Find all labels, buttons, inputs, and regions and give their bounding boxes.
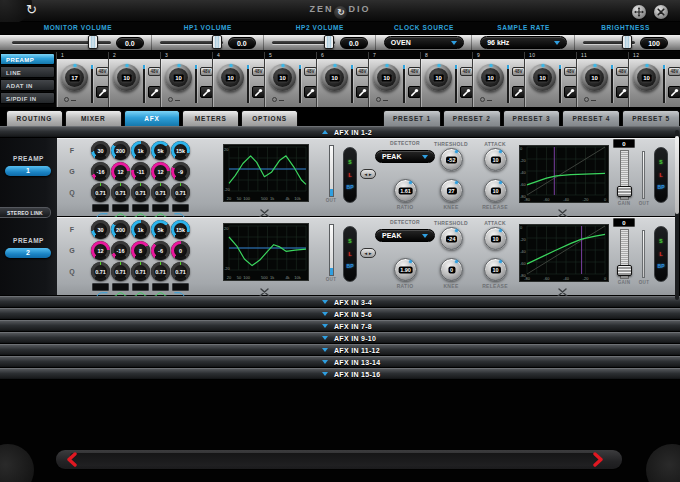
sidebar-item-line[interactable]: LINE xyxy=(0,66,55,78)
eq-freq-knob[interactable]: 5k xyxy=(151,141,170,160)
out-fader[interactable] xyxy=(642,230,645,278)
filter-type-lowpass-icon[interactable] xyxy=(172,204,189,212)
filter-type-highpass-icon[interactable] xyxy=(92,204,109,212)
filter-type-bell-icon[interactable] xyxy=(132,283,149,291)
gain-knob[interactable]: 10 xyxy=(373,64,400,91)
volume-slider[interactable] xyxy=(272,41,335,44)
tab-mixer[interactable]: MIXER xyxy=(65,110,122,126)
filter-type-bell-icon[interactable] xyxy=(112,283,129,291)
tab-routing[interactable]: ROUTING xyxy=(6,110,63,126)
gain-knob[interactable]: 10 xyxy=(529,64,556,91)
eq-q-knob[interactable]: 0.71 xyxy=(151,183,170,202)
eq-gain-knob[interactable]: 0 xyxy=(171,241,190,260)
filter-type-bell-icon[interactable] xyxy=(132,204,149,212)
gain-knob[interactable]: 10 xyxy=(269,64,296,91)
eq-gain-knob[interactable]: -16 xyxy=(111,241,130,260)
scrollbar[interactable] xyxy=(675,130,679,300)
eq-gain-knob[interactable]: -11 xyxy=(131,162,150,181)
sidebar-item-preamp[interactable]: PREAMP xyxy=(0,53,55,65)
eq-gain-knob[interactable]: -16 xyxy=(91,162,110,181)
afx-collapsed-header[interactable]: AFX IN 9-10 xyxy=(0,332,680,344)
stereo-link-button[interactable]: STEREO LINK xyxy=(0,207,51,218)
scrollbar-thumb[interactable] xyxy=(675,136,679,214)
volume-slider[interactable] xyxy=(160,41,223,44)
preset-button-2[interactable]: PRESET 2 xyxy=(443,110,501,126)
gain-knob[interactable]: 10 xyxy=(217,64,244,91)
comp-threshold-knob[interactable]: -52 xyxy=(440,148,463,171)
gain-knob[interactable]: 10 xyxy=(321,64,348,91)
eq-out-fader[interactable] xyxy=(329,145,334,197)
afx-collapsed-header[interactable]: AFX IN 3-4 xyxy=(0,296,680,308)
preset-button-5[interactable]: PRESET 5 xyxy=(622,110,680,126)
eq-out-fader[interactable] xyxy=(329,224,334,276)
afx-collapsed-header[interactable]: AFX IN 13-14 xyxy=(0,356,680,368)
filter-type-lowpass-icon[interactable] xyxy=(172,283,189,291)
slider-handle[interactable] xyxy=(212,35,222,49)
gain-knob[interactable]: 10 xyxy=(633,64,660,91)
volume-slider[interactable] xyxy=(12,41,111,44)
tab-meters[interactable]: METERS xyxy=(182,110,239,126)
afx-collapsed-header[interactable]: AFX IN 7-8 xyxy=(0,320,680,332)
slider-handle[interactable] xyxy=(324,35,334,49)
detector-select[interactable]: PEAK xyxy=(375,150,435,163)
sidebar-item-adat-in[interactable]: ADAT IN xyxy=(0,79,55,91)
eq-freq-knob[interactable]: 200 xyxy=(111,141,130,160)
filter-type-bell-icon[interactable] xyxy=(152,204,169,212)
eq-freq-knob[interactable]: 15k xyxy=(171,220,190,239)
slider-handle[interactable] xyxy=(622,35,632,49)
preamp2-select-button[interactable]: 2 xyxy=(5,248,51,258)
comp-release-knob[interactable]: 10 xyxy=(484,258,507,281)
gain-knob[interactable]: 10 xyxy=(165,64,192,91)
close-window-button[interactable] xyxy=(654,5,668,19)
preset-button-1[interactable]: PRESET 1 xyxy=(383,110,441,126)
detector-select[interactable]: PEAK xyxy=(375,229,435,242)
eq-freq-knob[interactable]: 200 xyxy=(111,220,130,239)
eq-freq-knob[interactable]: 30 xyxy=(91,220,110,239)
dropdown-select[interactable]: OVEN xyxy=(384,36,464,49)
afx-channel-header[interactable]: AFX IN 1-2 xyxy=(0,126,680,138)
gain-knob[interactable]: 10 xyxy=(581,64,608,91)
gain-fader[interactable] xyxy=(618,229,631,279)
eq-freq-knob[interactable]: 1k xyxy=(131,220,150,239)
preamp1-select-button[interactable]: 1 xyxy=(5,166,51,176)
comp-release-knob[interactable]: 10 xyxy=(484,179,507,202)
gain-knob[interactable]: 17 xyxy=(61,64,88,91)
eq-edit-icon[interactable] xyxy=(259,283,270,292)
prev-arrow-button[interactable] xyxy=(64,452,80,467)
slider-handle[interactable] xyxy=(88,35,98,49)
eq-q-knob[interactable]: 0.71 xyxy=(91,262,110,281)
resize-window-button[interactable] xyxy=(632,5,646,19)
afx-collapsed-header[interactable]: AFX IN 15-16 xyxy=(0,368,680,380)
eq-freq-knob[interactable]: 15k xyxy=(171,141,190,160)
eq-q-knob[interactable]: 0.71 xyxy=(151,262,170,281)
eq-q-knob[interactable]: 0.71 xyxy=(91,183,110,202)
tab-afx[interactable]: AFX xyxy=(124,110,181,126)
comp-ratio-knob[interactable]: 1.90 xyxy=(394,258,417,281)
eq-q-knob[interactable]: 0.71 xyxy=(111,183,130,202)
tab-options[interactable]: OPTIONS xyxy=(241,110,298,126)
eq-gain-knob[interactable]: 12 xyxy=(151,162,170,181)
eq-gain-knob[interactable]: -9 xyxy=(171,162,190,181)
phantom-power-button[interactable]: 48V xyxy=(668,67,680,76)
channel-link-button[interactable]: ◄► xyxy=(360,248,376,258)
eq-q-knob[interactable]: 0.71 xyxy=(171,183,190,202)
eq-q-knob[interactable]: 0.71 xyxy=(131,183,150,202)
gain-fader[interactable] xyxy=(618,150,631,200)
eq-gain-knob[interactable]: -6 xyxy=(151,241,170,260)
fader-handle[interactable] xyxy=(617,265,632,276)
filter-type-bell-icon[interactable] xyxy=(112,204,129,212)
next-arrow-button[interactable] xyxy=(590,452,606,467)
eq-q-knob[interactable]: 0.71 xyxy=(131,262,150,281)
filter-type-highpass-icon[interactable] xyxy=(92,283,109,291)
eq-q-knob[interactable]: 0.71 xyxy=(111,262,130,281)
out-fader[interactable] xyxy=(642,151,645,199)
comp-attack-knob[interactable]: 10 xyxy=(484,148,507,171)
eq-freq-knob[interactable]: 5k xyxy=(151,220,170,239)
mic-input-button[interactable] xyxy=(668,86,680,98)
eq-freq-knob[interactable]: 1k xyxy=(131,141,150,160)
afx-collapsed-header[interactable]: AFX IN 5-6 xyxy=(0,308,680,320)
gain-knob[interactable]: 10 xyxy=(477,64,504,91)
eq-q-knob[interactable]: 0.71 xyxy=(171,262,190,281)
comp-knee-knob[interactable]: 27 xyxy=(440,179,463,202)
preset-button-4[interactable]: PRESET 4 xyxy=(562,110,620,126)
